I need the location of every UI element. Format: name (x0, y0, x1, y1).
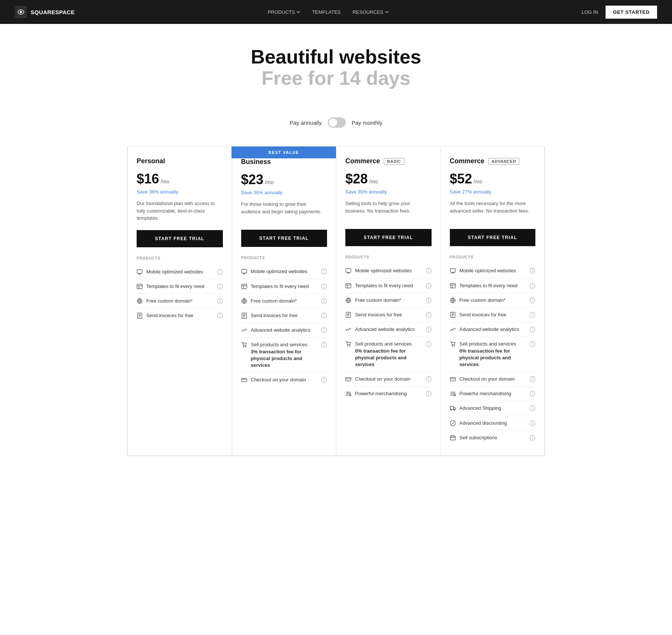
login-link[interactable]: LOG IN (582, 9, 598, 15)
start-trial-button[interactable]: START FREE TRIAL (241, 230, 327, 247)
feature-text: Send invoices for free (251, 312, 298, 319)
feature-text: Free custom domain* (355, 297, 401, 304)
plan-price: $16 /mo (137, 171, 223, 187)
plan-price: $23 /mo (241, 172, 327, 188)
globe-icon (137, 298, 143, 304)
info-icon[interactable] (217, 313, 223, 319)
logo[interactable]: SQUARESPACE (15, 6, 75, 18)
svg-point-43 (428, 299, 429, 299)
feature-text: Templates to fit every need (355, 282, 413, 289)
billing-switch[interactable] (328, 117, 346, 128)
navbar: SQUARESPACE PRODUCTS TEMPLATES RESOURCES… (0, 0, 672, 24)
info-icon[interactable] (217, 298, 223, 304)
info-icon[interactable] (426, 326, 432, 332)
svg-point-29 (245, 346, 246, 347)
best-value-banner: BEST VALUE (231, 146, 336, 158)
start-trial-button[interactable]: START FREE TRIAL (450, 229, 536, 246)
billing-annual-label: Pay annually (290, 120, 322, 126)
feature-text: Advanced website analytics (251, 327, 311, 334)
svg-rect-2 (137, 270, 142, 273)
plan-card-commerce-basic: Commerce BASIC $28 /mo Save 30% annually… (336, 146, 441, 456)
feature-text: Send invoices for free (460, 312, 507, 318)
info-icon[interactable] (529, 283, 535, 289)
svg-point-22 (324, 300, 324, 300)
info-icon[interactable] (321, 342, 327, 348)
info-icon[interactable] (217, 284, 223, 289)
feature-item: Mobile optimized websites (450, 264, 536, 278)
svg-rect-80 (454, 394, 455, 396)
svg-point-1 (20, 11, 22, 13)
feature-item: Free custom domain* (137, 294, 223, 309)
nav-products[interactable]: PRODUCTS (268, 9, 300, 15)
info-icon[interactable] (321, 269, 327, 275)
info-icon[interactable] (426, 283, 432, 289)
info-icon[interactable] (529, 268, 535, 274)
info-icon[interactable] (529, 326, 535, 332)
svg-point-48 (428, 328, 429, 329)
info-icon[interactable] (529, 341, 535, 347)
info-icon[interactable] (321, 377, 327, 383)
chevron-down-icon (296, 11, 300, 13)
info-icon[interactable] (529, 405, 535, 411)
start-trial-button[interactable]: START FREE TRIAL (345, 229, 432, 246)
plan-card-personal: Personal $16 /mo Save 36% annually Our f… (127, 146, 232, 456)
feature-text: Send invoices for free (355, 312, 402, 318)
feature-text: Sell subscriptions (460, 434, 497, 441)
info-icon[interactable] (426, 341, 432, 347)
monitor-icon (241, 269, 247, 275)
info-icon[interactable] (426, 376, 432, 382)
svg-point-74 (454, 346, 455, 346)
info-icon[interactable] (426, 268, 432, 274)
nav-templates[interactable]: TEMPLATES (312, 9, 340, 15)
monitor-icon (137, 269, 143, 275)
info-icon[interactable] (426, 297, 432, 303)
info-icon[interactable] (529, 376, 535, 382)
invoice-icon (345, 312, 351, 318)
plan-description: All the tools necessary for the more adv… (450, 200, 536, 221)
feature-text: Mobile optimized websites (146, 269, 203, 275)
feature-text: Free custom domain* (251, 298, 297, 304)
info-icon[interactable] (321, 284, 327, 289)
feature-text: Free custom domain* (460, 297, 506, 304)
plans-grid: Personal $16 /mo Save 36% annually Our f… (127, 146, 545, 456)
plan-price-period: /mo (265, 179, 274, 185)
svg-point-7 (220, 285, 220, 286)
nav-resources[interactable]: RESOURCES (352, 9, 388, 15)
info-icon[interactable] (426, 312, 432, 318)
svg-point-70 (532, 313, 533, 314)
plan-description: Selling tools to help grow your business… (345, 200, 432, 221)
feature-subtext: 3% transaction fee for physical products… (251, 349, 318, 369)
card-icon (450, 376, 456, 382)
feature-item: Powerful merchandising (345, 387, 432, 401)
svg-point-82 (532, 393, 533, 393)
feature-item: Mobile optimized websites (137, 265, 223, 279)
monitor-icon (345, 268, 351, 274)
svg-point-76 (532, 343, 533, 343)
info-icon[interactable] (321, 327, 327, 333)
svg-point-58 (428, 393, 429, 393)
feature-text: Advanced website analytics (355, 326, 415, 333)
cart-icon (345, 341, 351, 347)
svg-rect-38 (346, 284, 351, 288)
info-icon[interactable] (529, 391, 535, 397)
features-label: PRODUCTS (450, 255, 536, 259)
info-icon[interactable] (321, 298, 327, 304)
info-icon[interactable] (217, 269, 223, 275)
plan-price: $28 /mo (345, 171, 432, 187)
info-icon[interactable] (426, 391, 432, 397)
info-icon[interactable] (529, 420, 535, 426)
feature-item: Mobile optimized websites (241, 264, 327, 279)
info-icon[interactable] (529, 297, 535, 303)
start-trial-button[interactable]: START FREE TRIAL (137, 230, 223, 247)
info-icon[interactable] (529, 435, 535, 441)
billing-monthly-label: Pay monthly (352, 120, 383, 126)
svg-rect-32 (242, 378, 247, 382)
svg-point-86 (532, 407, 533, 408)
feature-text: Advanced website analytics (460, 326, 519, 333)
info-icon[interactable] (529, 312, 535, 318)
info-icon[interactable] (321, 313, 327, 319)
get-started-button[interactable]: GET STARTED (606, 6, 657, 19)
feature-text: Checkout on your domain (355, 376, 410, 382)
feature-item: Advanced website analytics (345, 322, 432, 337)
svg-point-92 (532, 436, 533, 437)
